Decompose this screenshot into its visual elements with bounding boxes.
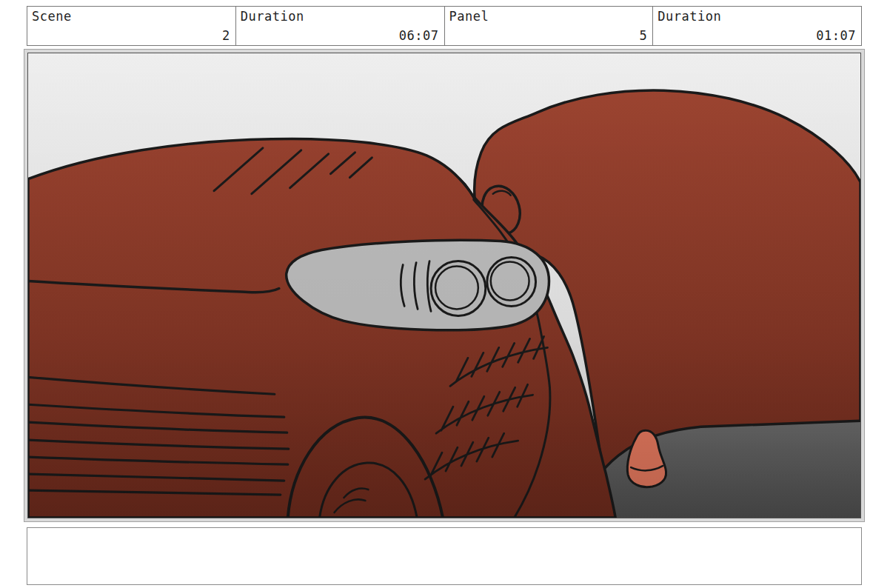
storyboard-drawing xyxy=(28,53,860,518)
scene-value: 2 xyxy=(222,28,230,43)
panel-duration-cell: Duration 01:07 xyxy=(653,7,861,45)
shade-overlay xyxy=(28,53,860,518)
storyboard-page: Scene 2 Duration 06:07 Panel 5 Duration … xyxy=(0,0,890,588)
sketch-ink xyxy=(28,53,860,518)
storyboard-canvas[interactable] xyxy=(27,53,861,518)
panel-duration-label: Duration xyxy=(658,9,721,24)
panel-duration-value: 01:07 xyxy=(816,28,856,43)
panel-cell: Panel 5 xyxy=(445,7,654,45)
notes-box[interactable] xyxy=(27,527,862,585)
scene-label: Scene xyxy=(32,9,72,24)
scene-cell: Scene 2 xyxy=(27,7,236,45)
scene-duration-cell: Duration 06:07 xyxy=(236,7,445,45)
panel-label: Panel xyxy=(449,9,489,24)
scene-duration-label: Duration xyxy=(241,9,304,24)
storyboard-panel-frame xyxy=(24,49,865,522)
scene-duration-value: 06:07 xyxy=(399,28,439,43)
panel-value: 5 xyxy=(640,28,648,43)
panel-info-bar: Scene 2 Duration 06:07 Panel 5 Duration … xyxy=(27,6,862,46)
